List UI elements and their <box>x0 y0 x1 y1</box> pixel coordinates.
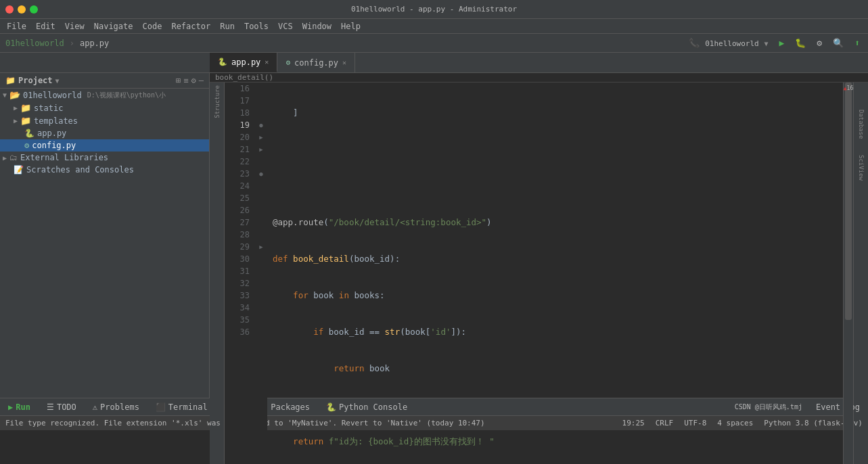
gutter-17 <box>255 95 267 107</box>
run-config-dropdown[interactable]: 📞 01helloworld ▼ <box>686 37 771 49</box>
menu-refactor[interactable]: Refactor <box>167 20 214 32</box>
database-tool[interactable]: Database <box>858 110 865 139</box>
gutter-24 <box>255 180 267 192</box>
panel-settings-icon[interactable]: ⚙ <box>191 76 196 85</box>
templates-label: templates <box>34 116 78 126</box>
minimize-button[interactable] <box>18 5 26 14</box>
gutter-28 <box>255 229 267 241</box>
gutter-20-icon: ▶ <box>259 134 262 141</box>
tab-config-py[interactable]: ⚙ config.py ✕ <box>277 53 355 72</box>
code-line-17 <box>273 143 843 156</box>
terminal-label: Terminal <box>168 402 208 412</box>
code-line-22: if book_id == str(book['id']): <box>273 326 843 338</box>
sciview-tool[interactable]: SciView <box>858 155 865 181</box>
ln-35: 35 <box>225 314 250 326</box>
editor-container: book_detail() Structure 16 17 18 19 20 2… <box>210 73 868 398</box>
menu-navigate[interactable]: Navigate <box>90 20 137 32</box>
ln-24: 24 <box>225 180 250 192</box>
menu-edit[interactable]: Edit <box>32 20 60 32</box>
breadcrumb-bar: book_detail() <box>210 73 868 83</box>
menu-run[interactable]: Run <box>216 20 239 32</box>
tree-item-external-libs[interactable]: ▶ 🗂 External Libraries <box>0 152 209 164</box>
external-libs-label: External Libraries <box>20 153 108 162</box>
tab-close-config-py[interactable]: ✕ <box>342 59 346 66</box>
scope-icon[interactable]: ⊞ <box>176 76 181 85</box>
toolbar-breadcrumb: 01helloworld <box>5 39 64 48</box>
gutter-19: ● <box>255 119 267 131</box>
project-panel: 📁 Project ▼ ⊞ ≡ ⚙ — ▼ 📂 01helloworld D:\… <box>0 73 210 398</box>
structure-tool[interactable]: Structure <box>214 85 221 118</box>
menu-code[interactable]: Code <box>139 20 166 32</box>
gutter-26 <box>255 204 267 216</box>
problems-button[interactable]: ⚠ Problems <box>90 401 142 413</box>
code-content[interactable]: ] @app.route("/book/detail/<string:book_… <box>267 83 843 464</box>
gutter-markers: ● ▶ ▶ ● <box>255 83 267 464</box>
maximize-button[interactable] <box>30 5 38 14</box>
tree-item-config-py[interactable]: ⚙ config.py <box>0 139 209 152</box>
toolbar-file: app.py <box>80 39 109 48</box>
code-line-23: return book <box>273 363 843 375</box>
ln-25: 25 <box>225 192 250 204</box>
tree-item-static[interactable]: ▶ 📁 static <box>0 101 209 114</box>
tab-bar: 🐍 app.py ✕ ⚙ config.py ✕ <box>0 53 868 73</box>
menu-tools[interactable]: Tools <box>240 20 273 32</box>
todo-button[interactable]: ☰ TODO <box>44 401 79 413</box>
ln-33: 33 <box>225 289 250 302</box>
settings-icon[interactable]: ⚙ <box>814 37 825 49</box>
ln-18: 18 <box>225 107 250 119</box>
menu-vcs[interactable]: VCS <box>274 20 297 32</box>
tab-label-config-py: config.py <box>294 58 338 68</box>
run-label: Run <box>16 402 30 412</box>
tab-close-app-py[interactable]: ✕ <box>265 58 269 66</box>
ln-19: 19 <box>225 119 250 131</box>
menu-bar: File Edit View Navigate Code Refactor Ru… <box>0 19 868 34</box>
tree-item-app-py[interactable]: 🐍 app.py <box>0 127 209 139</box>
run-button[interactable]: ▶ <box>777 37 787 49</box>
panel-close-icon[interactable]: — <box>199 76 204 85</box>
window-title: 01helloworld - app.py - Administrator <box>351 5 517 14</box>
close-button[interactable] <box>5 5 14 14</box>
code-editor[interactable]: 16 17 18 19 20 21 22 23 24 25 26 27 28 2… <box>225 83 843 464</box>
tree-item-root[interactable]: ▼ 📂 01helloworld D:\视频课程\python\小 <box>0 89 209 101</box>
run-config-label: 01helloworld <box>705 39 758 48</box>
update-icon[interactable]: ⬆ <box>852 37 863 49</box>
tab-app-py[interactable]: 🐍 app.py ✕ <box>210 53 277 72</box>
menu-file[interactable]: File <box>3 20 30 32</box>
debug-button[interactable]: 🐛 <box>792 37 808 49</box>
gutter-35 <box>255 314 267 326</box>
gutter-36 <box>255 326 267 338</box>
project-panel-actions: ⊞ ≡ ⚙ — <box>176 76 204 85</box>
static-label: static <box>34 103 63 113</box>
error-count: 16 <box>847 85 854 91</box>
collapse-icon[interactable]: ≡ <box>183 76 188 85</box>
ln-36: 36 <box>225 326 250 338</box>
menu-window[interactable]: Window <box>298 20 336 32</box>
right-scrollbar[interactable]: ▲ 16 <box>843 83 853 464</box>
tree-item-templates[interactable]: ▶ 📁 templates <box>0 114 209 127</box>
code-line-24 <box>273 399 843 411</box>
title-bar: 01helloworld - app.py - Administrator <box>0 0 868 19</box>
todo-label: TODO <box>57 402 76 412</box>
error-indicator: ▲ 16 <box>844 85 853 91</box>
problems-label: Problems <box>100 402 139 412</box>
gutter-18 <box>255 107 267 119</box>
project-panel-header: 📁 Project ▼ ⊞ ≡ ⚙ — <box>0 73 209 89</box>
gutter-25 <box>255 192 267 204</box>
gutter-19-icon: ● <box>259 122 262 129</box>
panel-dropdown-icon: ▼ <box>55 77 60 85</box>
terminal-button[interactable]: ⬛ Terminal <box>153 401 210 413</box>
project-panel-title: Project <box>18 76 53 85</box>
ln-16: 16 <box>225 83 250 95</box>
scratches-icon: 📝 <box>14 165 24 175</box>
scrollbar-thumb[interactable] <box>845 83 852 320</box>
terminal-icon: ⬛ <box>156 402 166 412</box>
menu-view[interactable]: View <box>61 20 89 32</box>
tree-item-scratches[interactable]: 📝 Scratches and Consoles <box>0 164 209 176</box>
search-icon[interactable]: 🔍 <box>830 37 846 49</box>
ln-22: 22 <box>225 156 250 168</box>
run-button-bottom[interactable]: ▶ Run <box>5 401 33 413</box>
window-controls[interactable] <box>5 5 38 14</box>
menu-help[interactable]: Help <box>337 20 365 32</box>
chevron-templates-icon: ▶ <box>14 117 18 124</box>
gutter-29: ▶ <box>255 241 267 253</box>
